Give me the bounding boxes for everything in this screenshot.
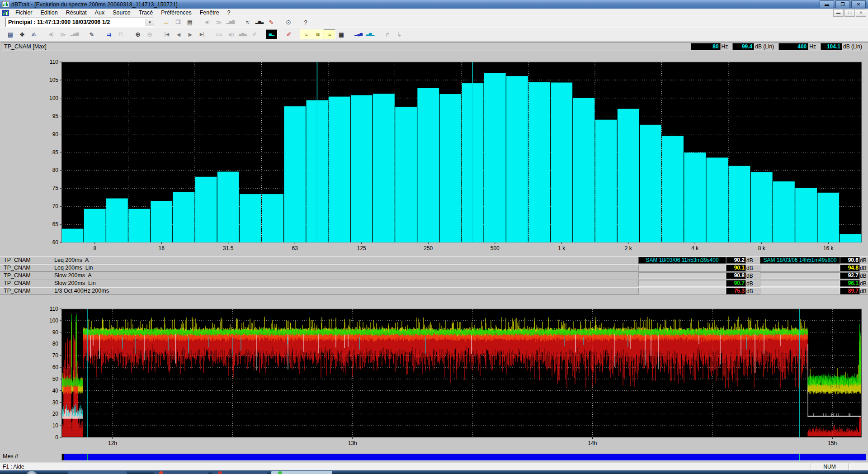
spectrum-bar[interactable]	[662, 136, 684, 242]
menu-source[interactable]: Source	[108, 9, 135, 16]
menu-edition[interactable]: Edition	[37, 9, 62, 16]
spectrum-bar[interactable]	[173, 192, 195, 242]
mdi-close-icon[interactable]: ✕	[856, 9, 866, 17]
table-row[interactable]: TP_CNAMLeq 200ms ASAM 18/03/06 11h53m39s…	[0, 256, 868, 264]
spectrum-bar[interactable]	[729, 166, 750, 242]
spectrum-bar[interactable]	[595, 120, 617, 242]
spectrum-bar[interactable]	[618, 109, 639, 242]
measurement-selector[interactable]: Principal : 11:47:13:000 18/03/2006 1/2 …	[5, 18, 154, 27]
menu-[interactable]: ?	[223, 9, 235, 16]
profile-zoom-view-icon[interactable]: ≋	[312, 29, 324, 39]
help-icon[interactable]: ?	[300, 17, 311, 27]
spectrum-bar[interactable]	[240, 194, 261, 242]
spectrum-bar[interactable]	[506, 76, 528, 242]
menu-rsultat[interactable]: Résultat	[62, 9, 91, 16]
title-bar: dBTrait - [Evolution du spectre 200ms 20…	[0, 0, 868, 9]
cursor-readout-value: 400	[778, 43, 808, 50]
spectrum-bar[interactable]	[62, 229, 84, 242]
properties-icon[interactable]: ▤	[5, 29, 16, 39]
menu-prfrences[interactable]: Préférences	[157, 9, 195, 16]
x-tick-label: 63	[292, 245, 298, 251]
windows-taskbar[interactable]	[0, 470, 868, 474]
menu-fichier[interactable]: Fichier	[11, 9, 37, 16]
copy-icon[interactable]: ❐	[172, 17, 184, 27]
magnet-cursor-icon[interactable]: ✐	[283, 29, 295, 39]
spectrum-view-icon[interactable]: ▃▆▂	[364, 29, 376, 39]
measurement-period-bar[interactable]	[61, 454, 866, 461]
y-tick-label: 100	[49, 95, 58, 101]
cursor1-tick[interactable]	[87, 454, 88, 460]
spectrum-bar[interactable]	[151, 201, 172, 242]
spectrum-bar[interactable]	[795, 188, 817, 242]
go-next-icon[interactable]: ▶	[184, 29, 196, 39]
spectrum-bar[interactable]	[773, 181, 795, 242]
profile-view-icon[interactable]: ≈	[300, 29, 312, 39]
menu-fentre[interactable]: Fenêtre	[196, 9, 223, 16]
taskbar-button[interactable]	[68, 471, 127, 474]
table-view-icon[interactable]: ▦	[335, 29, 347, 39]
pencil-icon[interactable]: ✎	[86, 29, 98, 39]
spectrum-bar[interactable]	[751, 172, 773, 242]
mdi-restore-icon[interactable]: ❐	[844, 9, 855, 17]
spectrum-bar[interactable]	[84, 209, 106, 242]
spectrum-bar[interactable]	[551, 82, 572, 242]
menu-aux[interactable]: Aux	[91, 9, 109, 16]
sync-cursors-icon[interactable]: ⇉	[103, 29, 115, 39]
spectrum-bar[interactable]	[106, 199, 128, 242]
spectrum-bar[interactable]	[351, 95, 373, 242]
spectrum-bar[interactable]	[640, 125, 661, 242]
spectrum-bar[interactable]	[284, 106, 306, 242]
histogram-view-icon[interactable]: ▂▄▆	[353, 29, 364, 39]
minimize-icon[interactable]: ▬	[820, 0, 834, 8]
annotate-icon: ✐	[249, 29, 260, 39]
cursor2-unit: dB	[860, 280, 867, 287]
spectrum-bar[interactable]	[417, 88, 439, 242]
curve-icon[interactable]: ≈	[242, 17, 254, 27]
spectrum-bar[interactable]	[329, 97, 350, 242]
spectrum-bar[interactable]	[817, 193, 839, 242]
close-icon[interactable]: ✕	[851, 0, 866, 8]
restore-icon[interactable]: ❐	[835, 0, 850, 8]
marker-pencil-icon[interactable]: ✎	[265, 17, 277, 27]
spectrum-bar[interactable]	[684, 152, 706, 242]
edit-curve-icon[interactable]: ✍	[28, 29, 40, 39]
chevron-down-icon[interactable]: ▼	[146, 19, 154, 26]
spectrum-bar[interactable]	[707, 157, 728, 242]
spectrogram-view-icon[interactable]: ▅▂	[266, 29, 278, 39]
histogram-icon[interactable]: ▂▆▃	[254, 17, 265, 27]
table-row[interactable]: TP_CNAM1/3 Oct 400Hz 200ms75.3dB89.7dB	[0, 287, 868, 295]
profile-spectrum-view-icon[interactable]: ≈	[324, 29, 335, 39]
spectrum-bar[interactable]	[373, 94, 395, 242]
spectrum-bar[interactable]	[573, 98, 595, 242]
table-row[interactable]: TP_CNAMLeq 200ms Lin90.1dB94.8dB	[0, 264, 868, 272]
status-bar: F1 : Aide NUM	[0, 462, 868, 471]
go-last-icon[interactable]: ▶|	[196, 29, 208, 39]
y-tick-label: 85	[52, 149, 59, 156]
pan-icon[interactable]: ✥	[16, 29, 28, 39]
y-tick-label: 70	[52, 203, 59, 209]
spectrum-bar[interactable]	[195, 177, 217, 242]
table-row[interactable]: TP_CNAMSlow 200ms Lin90.7dB96.1dB	[0, 280, 868, 287]
spectrum-bar[interactable]	[217, 172, 239, 242]
spectrum-bar[interactable]	[840, 234, 862, 242]
spectrum-chart[interactable]: 606570758085909510010511081631.563125250…	[0, 51, 868, 255]
mdi-minimize-icon[interactable]: ▬	[833, 9, 844, 17]
clock-icon[interactable]: ⊙	[283, 17, 294, 27]
spectrum-bar[interactable]	[395, 107, 417, 242]
spectrum-bar[interactable]	[484, 73, 506, 242]
spectrum-bar[interactable]	[440, 94, 462, 242]
spectrum-bar[interactable]	[528, 82, 550, 242]
menu-trac[interactable]: Tracé	[135, 9, 157, 16]
x-tick-label: 250	[424, 245, 433, 251]
cursor2-tick[interactable]	[799, 454, 800, 460]
print-icon[interactable]: ▤	[184, 17, 196, 27]
time-history-chart[interactable]: 010203040506070809010011012h13h14h15h	[0, 305, 868, 452]
spectrum-bar[interactable]	[262, 194, 283, 242]
go-first-icon[interactable]: |◀	[161, 29, 173, 39]
open-file-icon[interactable]: ▱	[160, 17, 172, 27]
zoom-in-icon[interactable]: ⊕	[132, 29, 144, 39]
spectrum-bar[interactable]	[128, 209, 150, 242]
go-previous-icon[interactable]: ◀	[173, 29, 184, 39]
x-tick-label: 14h	[588, 440, 597, 446]
table-row[interactable]: TP_CNAMSlow 200ms A90.8dB92.7dB	[0, 272, 868, 280]
